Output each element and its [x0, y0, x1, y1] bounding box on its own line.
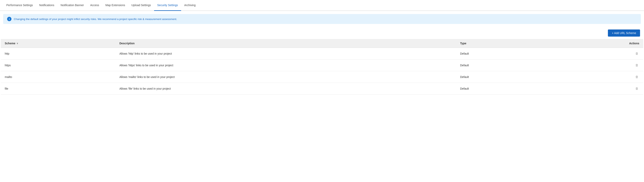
url-scheme-table: Scheme ∨ Description Type Actions httpAl…	[1, 39, 643, 95]
info-icon: i	[7, 17, 12, 21]
toolbar: + Add URL Scheme	[0, 27, 644, 39]
actions-cell: 🗑	[546, 60, 643, 71]
tab-access[interactable]: Access	[87, 0, 102, 11]
delete-row-button[interactable]: 🗑	[634, 74, 639, 79]
scheme-cell: https	[1, 60, 116, 71]
add-url-scheme-button[interactable]: + Add URL Scheme	[608, 30, 640, 37]
table-row: httpsAllows 'https' links to be used in …	[1, 60, 643, 71]
type-cell: Default	[456, 83, 546, 95]
actions-cell: 🗑	[546, 48, 643, 60]
table-container: Scheme ∨ Description Type Actions httpAl…	[0, 39, 644, 95]
scheme-cell: mailto	[1, 71, 116, 83]
description-column-header: Description	[116, 39, 456, 48]
type-column-header: Type	[456, 39, 546, 48]
delete-row-button[interactable]: 🗑	[634, 86, 639, 91]
table-row: mailtoAllows 'mailto' links to be used i…	[1, 71, 643, 83]
tab-map-extensions[interactable]: Map Extensions	[102, 0, 128, 11]
tab-notification-banner[interactable]: Notification Banner	[58, 0, 87, 11]
scheme-cell: http	[1, 48, 116, 60]
description-cell: Allows 'https' links to be used in your …	[116, 60, 456, 71]
description-cell: Allows 'file' links to be used in your p…	[116, 83, 456, 95]
table-body: httpAllows 'http' links to be used in yo…	[1, 48, 643, 95]
actions-cell: 🗑	[546, 71, 643, 83]
actions-cell: 🗑	[546, 83, 643, 95]
description-cell: Allows 'http' links to be used in your p…	[116, 48, 456, 60]
type-cell: Default	[456, 60, 546, 71]
tab-archiving[interactable]: Archiving	[181, 0, 199, 11]
tab-security-settings[interactable]: Security Settings	[154, 0, 181, 11]
nav-tabs: Performance SettingsNotificationsNotific…	[0, 0, 644, 11]
tab-performance-settings[interactable]: Performance Settings	[3, 0, 36, 11]
scheme-sort-icon: ∨	[16, 42, 18, 45]
description-cell: Allows 'mailto' links to be used in your…	[116, 71, 456, 83]
scheme-cell: file	[1, 83, 116, 95]
banner-text: Changing the default settings of your pr…	[14, 18, 177, 21]
actions-column-header: Actions	[546, 39, 643, 48]
tab-notifications[interactable]: Notifications	[36, 0, 58, 11]
type-cell: Default	[456, 71, 546, 83]
delete-row-button[interactable]: 🗑	[634, 63, 639, 68]
type-cell: Default	[456, 48, 546, 60]
delete-row-button[interactable]: 🗑	[634, 51, 639, 56]
info-banner: i Changing the default settings of your …	[3, 14, 641, 24]
table-row: httpAllows 'http' links to be used in yo…	[1, 48, 643, 60]
tab-upload-settings[interactable]: Upload Settings	[128, 0, 154, 11]
table-row: fileAllows 'file' links to be used in yo…	[1, 83, 643, 95]
scheme-column-header[interactable]: Scheme ∨	[1, 39, 116, 48]
table-header: Scheme ∨ Description Type Actions	[1, 39, 643, 48]
